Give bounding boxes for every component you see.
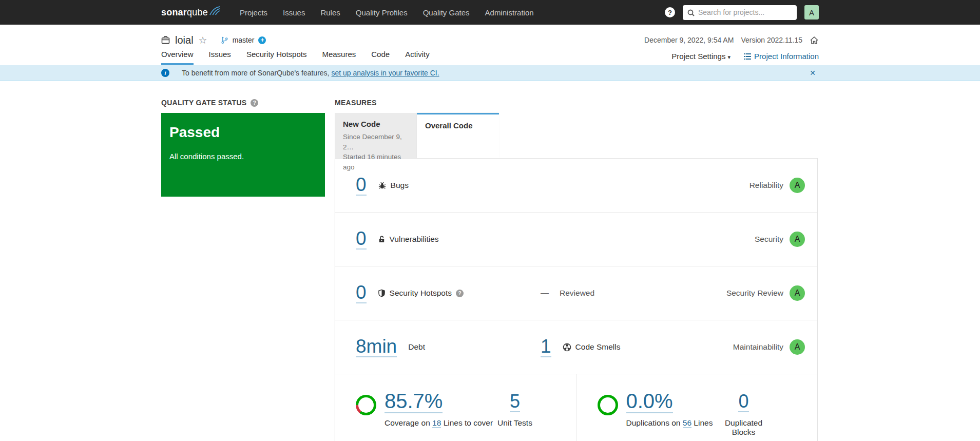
tab-issues[interactable]: Issues [209,50,231,65]
add-branch-icon[interactable]: + [258,36,266,44]
quality-gate-description: All conditions passed. [169,152,317,161]
tab-overall-code[interactable]: Overall Code [417,113,499,158]
banner-ci-link[interactable]: set up analysis in your favorite CI. [332,69,439,77]
duplicated-blocks-label: Duplicated Blocks [716,418,772,437]
nav-item-projects[interactable]: Projects [240,8,267,17]
maintainability-label: Maintainability [733,342,783,352]
coverage-panel: 85.7% Coverage on 18 Lines to cover 5 Un… [335,374,577,441]
maintainability-row: 8min Debt 1 Code Smells [335,320,817,374]
project-header: loial ☆ master + December 9, 2022, 9:54 … [0,25,980,65]
project-name: loial [175,34,194,46]
security-hotspots-help-icon[interactable]: ? [456,290,464,297]
reviewed-dash: — [541,289,548,298]
project-information-button[interactable]: Project Information [744,52,819,61]
ci-setup-banner: i To benefit from more of SonarQube's fe… [0,65,980,81]
security-hotspots-count[interactable]: 0 [356,283,367,304]
coverage-caption-prefix: Coverage on [385,418,430,427]
reviewed-label: Reviewed [560,289,594,298]
nav-item-issues[interactable]: Issues [283,8,305,17]
user-avatar[interactable]: A [804,5,819,20]
duplicated-blocks-count[interactable]: 0 [738,392,748,412]
security-label: Security [755,235,783,244]
coverage-percent[interactable]: 85.7% [385,390,443,413]
tab-security-hotspots[interactable]: Security Hotspots [246,50,307,65]
tab-measures[interactable]: Measures [322,50,356,65]
vulnerabilities-count[interactable]: 0 [356,229,367,250]
analysis-date: December 9, 2022, 9:54 AM [644,36,734,44]
sonarqube-logo[interactable]: sonarqube [161,7,220,18]
branch-icon [221,36,228,44]
bugs-label: Bugs [391,181,409,190]
security-review-rating-badge[interactable]: A [790,285,805,301]
coverage-duplications-row: 85.7% Coverage on 18 Lines to cover 5 Un… [335,374,817,441]
reliability-rating-badge[interactable]: A [790,178,805,193]
unit-tests-label: Unit Tests [489,418,541,428]
search-box [683,5,797,20]
new-code-since: Since December 9, 2… [343,132,409,152]
project-tabs: Overview Issues Security Hotspots Measur… [161,50,430,65]
measures-card: 0 Bugs Reliability A 0 [335,158,818,441]
close-icon[interactable]: ✕ [806,68,819,78]
tab-code[interactable]: Code [371,50,390,65]
quality-gate-help-icon[interactable]: ? [251,99,258,107]
overall-code-tab-label: Overall Code [425,121,491,130]
sonarqube-swoosh-icon [209,6,220,16]
branch-selector: master + [221,36,266,44]
quality-gate-status: Passed [169,124,317,141]
duplications-caption-suffix: Lines [694,418,713,427]
version-label: Version 2022.11.15 [741,36,802,44]
unit-tests-count[interactable]: 5 [510,392,520,412]
search-input[interactable] [683,5,797,20]
duplicated-lines-link[interactable]: 56 [683,418,691,428]
nav-item-rules[interactable]: Rules [320,8,340,17]
maintainability-rating-badge[interactable]: A [790,339,805,355]
new-code-tab-label: New Code [343,120,409,128]
nav-item-quality-gates[interactable]: Quality Gates [423,8,470,17]
bugs-count[interactable]: 0 [356,175,367,196]
code-smells-count[interactable]: 1 [541,337,551,358]
code-smell-icon [563,343,571,352]
debt-value[interactable]: 8min [356,337,397,358]
duplications-caption-prefix: Duplications on [626,418,681,427]
nav-item-quality-profiles[interactable]: Quality Profiles [356,8,408,17]
reliability-label: Reliability [750,181,783,190]
quality-gate-heading: QUALITY GATE STATUS [161,99,246,107]
nav-links: Projects Issues Rules Quality Profiles Q… [240,8,534,17]
project-information-label: Project Information [754,52,819,61]
list-icon [744,53,751,60]
help-icon[interactable]: ? [665,7,675,17]
chevron-down-icon: ▾ [728,54,731,60]
debt-label: Debt [408,342,425,352]
project-settings-label: Project Settings [671,52,725,61]
favorite-star-icon[interactable]: ☆ [199,35,207,45]
nav-item-administration[interactable]: Administration [485,8,534,17]
security-review-label: Security Review [726,289,783,298]
bugs-row: 0 Bugs Reliability A [335,159,817,213]
bug-icon [378,181,387,190]
home-icon[interactable] [810,36,819,45]
security-hotspots-row: 0 Security Hotspots ? — Reviewed Securit… [335,266,817,320]
top-navbar: sonarqube Projects Issues Rules Quality … [0,0,980,25]
code-smells-label: Code Smells [575,342,621,352]
tab-overview[interactable]: Overview [161,50,194,65]
vulnerabilities-label: Vulnerabilities [390,235,439,244]
tab-new-code[interactable]: New Code Since December 9, 2… Started 16… [335,113,417,158]
quality-gate-status-box: Passed All conditions passed. [161,113,325,197]
coverage-caption-suffix: Lines to cover [444,418,493,427]
duplications-panel: 0.0% Duplications on 56 Lines 0 Duplicat… [577,374,818,441]
search-icon [687,9,695,16]
vulnerabilities-row: 0 Vulnerabilities Security A [335,213,817,266]
info-icon: i [161,69,169,77]
lines-to-cover-link[interactable]: 18 [432,418,441,428]
banner-message: To benefit from more of SonarQube's feat… [182,69,330,77]
security-rating-badge[interactable]: A [790,232,805,247]
brand-sonar: sonar [161,7,187,17]
brand-qube: qube [187,7,208,17]
security-hotspot-shield-icon [378,289,386,297]
project-settings-dropdown[interactable]: Project Settings ▾ [671,52,731,61]
duplications-percent[interactable]: 0.0% [626,390,673,413]
security-hotspots-label: Security Hotspots [390,289,452,298]
tab-activity[interactable]: Activity [405,50,430,65]
open-lock-icon [378,235,386,243]
branch-name[interactable]: master [233,36,255,44]
